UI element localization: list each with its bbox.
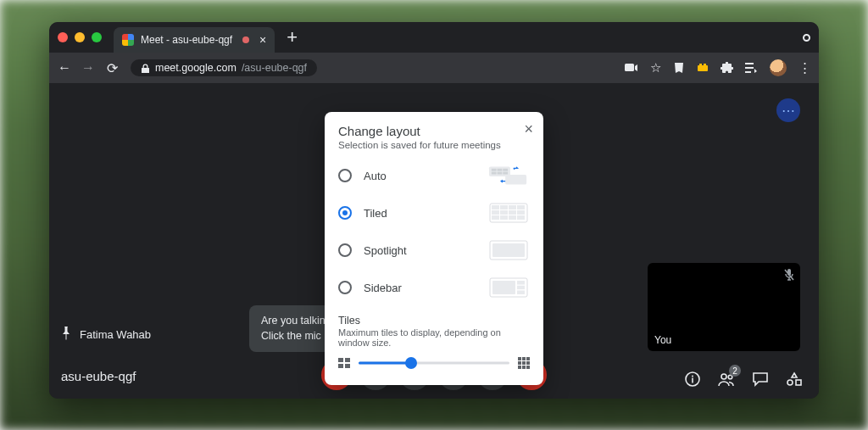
- pinned-participant: Fatima Wahab: [61, 327, 151, 343]
- toolbar-right: ☆ ⋮: [625, 59, 812, 76]
- browser-window: Meet - asu-eube-qgf × + ← → ⟳ meet.googl…: [49, 22, 819, 399]
- radio-spotlight[interactable]: [338, 243, 352, 257]
- reading-list-icon[interactable]: [745, 62, 758, 74]
- extension-yellow-icon[interactable]: [697, 63, 709, 73]
- address-path: /asu-eube-qgf: [242, 62, 307, 74]
- radio-auto[interactable]: [338, 169, 352, 182]
- svg-rect-0: [625, 64, 634, 71]
- svg-rect-54: [518, 361, 521, 365]
- dialog-subtitle: Selection is saved for future meetings: [338, 140, 530, 150]
- svg-rect-3: [704, 64, 706, 66]
- layout-option-spotlight[interactable]: Spotlight: [338, 238, 530, 262]
- reload-button[interactable]: ⟳: [103, 60, 120, 76]
- window-incognito-icon: [803, 34, 810, 42]
- maximize-window-button[interactable]: [92, 32, 102, 42]
- traffic-lights: [58, 32, 102, 42]
- svg-rect-1: [698, 65, 708, 71]
- participants-button[interactable]: 2: [717, 370, 736, 388]
- option-label: Tiled: [364, 207, 487, 220]
- svg-rect-38: [509, 215, 516, 220]
- svg-rect-33: [500, 210, 508, 215]
- self-view-label: You: [654, 334, 671, 346]
- svg-rect-4: [745, 63, 754, 64]
- svg-rect-23: [492, 172, 497, 175]
- extensions-puzzle-icon[interactable]: [721, 62, 733, 75]
- new-tab-button[interactable]: +: [287, 28, 298, 47]
- spotlight-preview-icon: [487, 238, 530, 262]
- camera-indicator-icon[interactable]: [625, 63, 638, 73]
- grid-large-icon: [518, 357, 530, 369]
- svg-rect-20: [492, 169, 497, 171]
- extension-pocket-icon[interactable]: [673, 62, 685, 74]
- option-label: Spotlight: [364, 244, 487, 257]
- svg-rect-18: [796, 380, 801, 385]
- svg-rect-22: [503, 169, 508, 171]
- close-window-button[interactable]: [58, 32, 68, 42]
- tab-close-button[interactable]: ×: [259, 34, 266, 46]
- svg-rect-30: [509, 205, 516, 209]
- svg-rect-28: [492, 205, 499, 209]
- browser-menu-button[interactable]: ⋮: [798, 60, 812, 75]
- radio-tiled[interactable]: [338, 206, 352, 220]
- svg-rect-29: [500, 205, 508, 209]
- option-label: Sidebar: [364, 282, 487, 294]
- svg-rect-36: [492, 215, 499, 220]
- svg-rect-58: [522, 366, 526, 369]
- svg-rect-35: [517, 210, 525, 215]
- dialog-title: Change layout: [338, 124, 530, 138]
- svg-rect-45: [517, 286, 525, 290]
- profile-avatar[interactable]: [770, 59, 787, 76]
- address-bar[interactable]: meet.google.com/asu-eube-qgf: [131, 59, 317, 76]
- svg-point-17: [787, 380, 793, 385]
- layout-option-auto[interactable]: Auto: [338, 164, 530, 187]
- minimize-window-button[interactable]: [75, 32, 85, 42]
- address-host: meet.google.com: [155, 62, 236, 74]
- svg-rect-57: [518, 366, 521, 369]
- layout-option-tiled[interactable]: Tiled: [338, 201, 530, 225]
- meeting-details-button[interactable]: [683, 370, 702, 388]
- svg-rect-37: [500, 215, 508, 220]
- svg-rect-32: [492, 210, 499, 215]
- bookmark-star-icon[interactable]: ☆: [650, 60, 661, 75]
- activities-button[interactable]: [785, 370, 804, 388]
- self-view-tile[interactable]: You: [648, 263, 800, 351]
- svg-rect-43: [492, 281, 515, 294]
- chat-button[interactable]: [751, 370, 770, 388]
- dialog-close-button[interactable]: ×: [524, 120, 533, 138]
- tiled-preview-icon: [487, 201, 530, 225]
- svg-rect-49: [338, 364, 343, 368]
- window-titlebar: Meet - asu-eube-qgf × +: [49, 22, 819, 53]
- svg-point-15: [721, 374, 726, 379]
- sidebar-preview-icon: [487, 276, 530, 299]
- participants-count-badge: 2: [729, 365, 741, 377]
- back-button[interactable]: ←: [56, 60, 73, 75]
- tiles-slider[interactable]: [359, 356, 509, 370]
- radio-sidebar[interactable]: [338, 281, 352, 294]
- svg-rect-31: [517, 205, 525, 209]
- change-layout-dialog: × Change layout Selection is saved for f…: [325, 112, 543, 385]
- tiles-subtitle: Maximum tiles to display, depending on w…: [338, 327, 530, 348]
- svg-rect-41: [492, 243, 525, 257]
- svg-rect-14: [692, 378, 693, 383]
- tiles-section: Tiles Maximum tiles to display, dependin…: [338, 315, 530, 370]
- meet-content: ⋯ Are you talking Click the mic Fatima W…: [49, 83, 819, 399]
- forward-button[interactable]: →: [80, 60, 97, 75]
- svg-rect-53: [526, 357, 530, 360]
- layout-option-sidebar[interactable]: Sidebar: [338, 276, 530, 299]
- auto-preview-icon: [487, 164, 530, 187]
- svg-rect-52: [522, 357, 526, 360]
- svg-rect-46: [517, 291, 525, 295]
- pinned-name: Fatima Wahab: [80, 328, 151, 341]
- svg-rect-39: [517, 215, 525, 220]
- svg-rect-47: [338, 358, 343, 362]
- svg-rect-44: [517, 281, 525, 285]
- svg-rect-6: [745, 71, 751, 73]
- svg-rect-56: [526, 361, 530, 365]
- overflow-menu-button[interactable]: ⋯: [776, 98, 800, 122]
- grid-small-icon: [338, 357, 350, 369]
- mic-muted-icon: [783, 268, 795, 285]
- tab-favicon: [122, 34, 134, 46]
- svg-rect-25: [503, 172, 508, 175]
- browser-tab[interactable]: Meet - asu-eube-qgf ×: [114, 27, 275, 53]
- info-controls: 2: [683, 370, 804, 388]
